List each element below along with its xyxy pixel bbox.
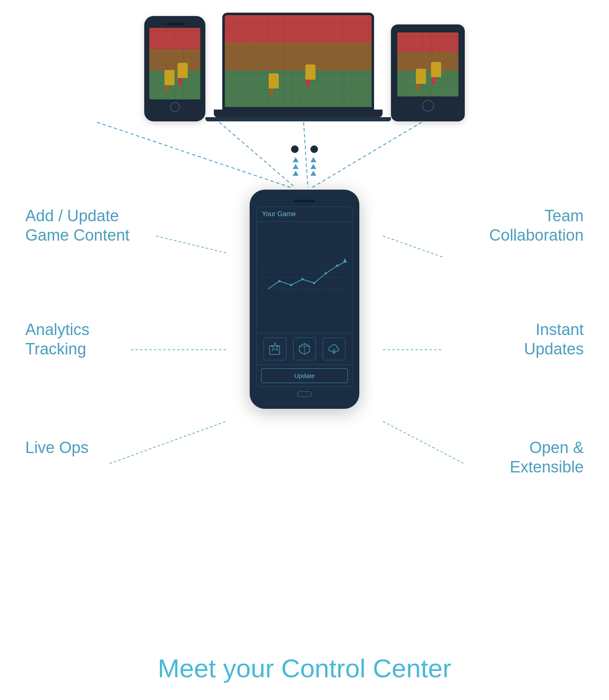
line-laptop-left: [219, 122, 295, 188]
arrows-connector: [291, 145, 318, 176]
laptop-screen: [225, 15, 372, 107]
laptop-screen-wrap: [222, 13, 374, 110]
line-tablet-right: [312, 122, 422, 188]
chart-svg: [260, 225, 349, 330]
page-container: Your Game: [0, 0, 609, 700]
game-scene-phone: [149, 28, 200, 99]
phone-icons-area: [257, 333, 352, 365]
label-add-update: Add / Update Game Content: [25, 207, 129, 245]
arrow-up-2: [310, 157, 316, 162]
svg-marker-12: [271, 343, 279, 351]
label-live-ops: Live Ops: [25, 438, 89, 458]
center-phone-screen: Your Game: [256, 207, 353, 387]
arrow-up-4: [310, 164, 316, 169]
device-laptop: [222, 13, 374, 121]
arrow-up-5: [293, 171, 299, 176]
center-phone-camera: [294, 200, 315, 202]
game-scene-laptop: [225, 15, 372, 107]
icon-box-1-svg: [268, 342, 282, 356]
laptop-char1: [269, 73, 279, 89]
laptop-base: [214, 110, 383, 117]
svg-point-5: [290, 284, 292, 286]
svg-point-9: [336, 265, 338, 267]
connector-dots-row: [291, 145, 318, 153]
icon-box-3-svg: [327, 342, 341, 356]
laptop-foot: [205, 117, 391, 121]
game-scene-tablet: [397, 32, 458, 97]
char1: [164, 70, 175, 85]
label-instant-updates: Instant Updates: [524, 320, 584, 359]
phone-home-btn: [170, 102, 180, 112]
svg-point-8: [324, 272, 326, 274]
line-open: [383, 421, 464, 464]
tablet-char1: [416, 69, 426, 84]
arrow-up-6: [310, 171, 316, 176]
arrow-up-1: [293, 157, 299, 162]
center-phone: Your Game: [250, 190, 359, 409]
label-team-collab: Team Collaboration: [489, 207, 584, 245]
label-analytics: Analytics Tracking: [25, 320, 89, 359]
phone-icon-box-1: [264, 338, 286, 360]
tablet-home-btn: [422, 100, 434, 112]
phone-speaker: [167, 23, 183, 25]
phone-title: Your Game: [257, 207, 352, 222]
icon-box-2-svg: [297, 342, 312, 356]
connector-dot-left: [291, 145, 299, 153]
arrows-row-1: [293, 157, 316, 162]
center-phone-home-btn: [297, 391, 312, 397]
device-phone-left: [144, 16, 205, 121]
arrow-up-3: [293, 164, 299, 169]
update-button[interactable]: Update: [261, 368, 348, 383]
svg-point-4: [278, 280, 280, 282]
device-tablet-right: [391, 24, 465, 121]
svg-rect-11: [269, 346, 280, 354]
devices-row: [115, 13, 494, 121]
center-phone-wrap: Your Game: [250, 190, 359, 409]
tablet-screen: [397, 32, 458, 97]
bottom-title: Meet your Control Center: [158, 653, 451, 683]
arrows-row-2: [293, 164, 316, 169]
char2: [178, 63, 188, 78]
connector-dot-right: [310, 145, 318, 153]
line-team-collab: [383, 236, 443, 257]
svg-point-6: [302, 278, 304, 280]
arrows-row-3: [293, 171, 316, 176]
phone-chart-area: [257, 222, 352, 333]
line-liveops: [110, 421, 226, 464]
line-phone-left: [97, 122, 291, 188]
phone-screen-left: [149, 28, 200, 99]
label-open-extensible: Open & Extensible: [510, 438, 584, 477]
tablet-char2: [431, 62, 441, 77]
phone-icon-box-2: [293, 338, 316, 360]
laptop-char2: [305, 64, 315, 80]
svg-point-7: [313, 282, 315, 284]
svg-marker-10: [343, 258, 347, 263]
line-add-update: [156, 236, 226, 253]
phone-icon-box-3: [323, 338, 345, 360]
